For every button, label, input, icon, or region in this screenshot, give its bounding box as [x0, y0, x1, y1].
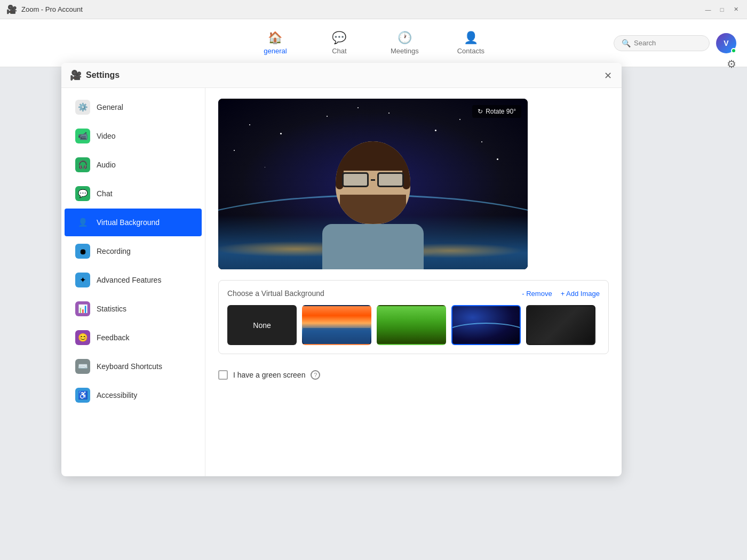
nav-right: 🔍 V	[614, 33, 736, 53]
sidebar-label-general: General	[97, 103, 123, 111]
gear-button[interactable]: ⚙	[727, 58, 736, 70]
green-screen-help-icon[interactable]: ?	[311, 370, 320, 380]
sidebar-item-general[interactable]: ⚙️ General	[65, 93, 202, 121]
rotate-label: Rotate 90°	[486, 108, 516, 115]
advanced-features-icon: ✦	[75, 273, 90, 287]
chat-sidebar-icon: 💬	[75, 186, 90, 201]
app-title: Zoom - Pro Account	[21, 5, 83, 13]
sidebar-item-accessibility[interactable]: ♿ Accessibility	[65, 381, 202, 409]
none-label: None	[253, 321, 271, 330]
glasses	[342, 172, 404, 187]
window-controls: — □ ✕	[703, 5, 741, 14]
sidebar-label-statistics: Statistics	[97, 305, 126, 313]
add-image-button[interactable]: + Add Image	[561, 290, 600, 298]
star-decoration	[280, 133, 282, 134]
recording-icon: ⏺	[75, 244, 90, 259]
person-body	[322, 224, 424, 269]
green-screen-row: I have a green screen ?	[218, 365, 609, 380]
sidebar-label-virtual-background: Virtual Background	[97, 218, 160, 227]
glasses-left	[342, 172, 369, 187]
remove-button[interactable]: - Remove	[522, 290, 552, 298]
accessibility-icon: ♿	[75, 388, 90, 403]
sidebar-item-keyboard-shortcuts[interactable]: ⌨️ Keyboard Shortcuts	[65, 353, 202, 380]
person	[322, 141, 424, 269]
space-arc-decoration	[451, 323, 521, 345]
sidebar-item-video[interactable]: 📹 Video	[65, 122, 202, 150]
green-screen-checkbox[interactable]	[218, 370, 228, 380]
sidebar-item-audio[interactable]: 🎧 Audio	[65, 151, 202, 179]
app-logo: 🎥	[6, 4, 17, 15]
sidebar-label-chat: Chat	[97, 189, 113, 198]
nav-item-home[interactable]: 🏠 general	[254, 27, 297, 59]
nav-label-home: general	[264, 47, 287, 55]
home-icon: 🏠	[268, 31, 282, 45]
meetings-icon: 🕐	[398, 31, 412, 45]
nav-item-meetings[interactable]: 🕐 Meetings	[382, 27, 427, 59]
rotate-button[interactable]: ↻ Rotate 90°	[472, 105, 521, 118]
virtual-background-content: ↻ Rotate 90° Choose a Virtual Background…	[205, 88, 622, 476]
green-screen-label: I have a green screen	[233, 371, 305, 379]
background-chooser: Choose a Virtual Background - Remove + A…	[218, 280, 609, 354]
sidebar-item-advanced-features[interactable]: ✦ Advanced Features	[65, 266, 202, 294]
maximize-button[interactable]: □	[717, 5, 727, 14]
minimize-button[interactable]: —	[703, 5, 713, 14]
video-preview: ↻ Rotate 90°	[218, 99, 528, 269]
sidebar-label-feedback: Feedback	[97, 333, 129, 342]
background-option-golden-gate[interactable]	[302, 305, 371, 345]
chooser-actions: - Remove + Add Image	[522, 290, 600, 298]
rotate-icon: ↻	[478, 108, 483, 115]
sidebar-label-audio: Audio	[97, 161, 116, 169]
star-decoration	[481, 141, 482, 142]
glasses-bridge	[371, 179, 375, 181]
background-option-space[interactable]	[451, 305, 521, 345]
star-decoration	[497, 158, 498, 160]
star-decoration	[435, 130, 436, 131]
settings-modal: 🎥 Settings ✕ ⚙️ General 📹 Video 🎧 Audio …	[61, 63, 622, 476]
nav-label-chat: Chat	[332, 47, 346, 55]
nav-items: 🏠 general 💬 Chat 🕐 Meetings 👤 Contacts	[254, 27, 493, 59]
sidebar-label-recording: Recording	[97, 247, 131, 255]
star-decoration	[459, 119, 460, 120]
nav-item-chat[interactable]: 💬 Chat	[318, 27, 361, 59]
background-option-grass[interactable]	[377, 305, 446, 345]
search-icon: 🔍	[622, 39, 631, 47]
video-icon: 📹	[75, 129, 90, 143]
background-grid: None	[227, 305, 600, 345]
nav-label-contacts: Contacts	[457, 47, 484, 55]
background-option-dark-blur[interactable]	[526, 305, 595, 345]
modal-body: ⚙️ General 📹 Video 🎧 Audio 💬 Chat 👤 Virt…	[61, 88, 622, 476]
star-decoration	[249, 124, 250, 125]
sidebar-item-statistics[interactable]: 📊 Statistics	[65, 295, 202, 323]
virtual-background-icon: 👤	[75, 215, 90, 230]
sidebar-item-virtual-background[interactable]: 👤 Virtual Background	[65, 209, 202, 236]
sidebar-label-video: Video	[97, 132, 116, 140]
glasses-right	[377, 172, 404, 187]
sidebar-label-keyboard-shortcuts: Keyboard Shortcuts	[97, 362, 162, 371]
modal-close-button[interactable]: ✕	[601, 69, 614, 82]
star-decoration	[357, 107, 359, 108]
general-icon: ⚙️	[75, 100, 90, 115]
avatar-initial: V	[724, 39, 728, 47]
sidebar-label-advanced-features: Advanced Features	[97, 276, 161, 284]
background-option-none[interactable]: None	[227, 305, 297, 345]
nav-item-contacts[interactable]: 👤 Contacts	[449, 27, 493, 59]
avatar-status-dot	[731, 48, 736, 53]
sidebar-item-feedback[interactable]: 😊 Feedback	[65, 324, 202, 351]
modal-header: 🎥 Settings ✕	[61, 63, 622, 88]
star-decoration	[327, 116, 328, 117]
chooser-header: Choose a Virtual Background - Remove + A…	[227, 289, 600, 298]
sidebar-item-recording[interactable]: ⏺ Recording	[65, 237, 202, 265]
hair	[336, 141, 410, 171]
statistics-icon: 📊	[75, 301, 90, 316]
search-input[interactable]	[634, 39, 698, 47]
chooser-title: Choose a Virtual Background	[227, 289, 324, 298]
avatar[interactable]: V	[716, 33, 736, 53]
titlebar: 🎥 Zoom - Pro Account — □ ✕	[0, 0, 747, 19]
main-nav: 🏠 general 💬 Chat 🕐 Meetings 👤 Contacts 🔍…	[0, 19, 747, 67]
keyboard-shortcuts-icon: ⌨️	[75, 359, 90, 374]
feedback-icon: 😊	[75, 330, 90, 345]
sidebar-item-chat[interactable]: 💬 Chat	[65, 180, 202, 207]
close-button[interactable]: ✕	[731, 5, 741, 14]
search-box[interactable]: 🔍	[614, 35, 710, 51]
nav-label-meetings: Meetings	[391, 47, 419, 55]
